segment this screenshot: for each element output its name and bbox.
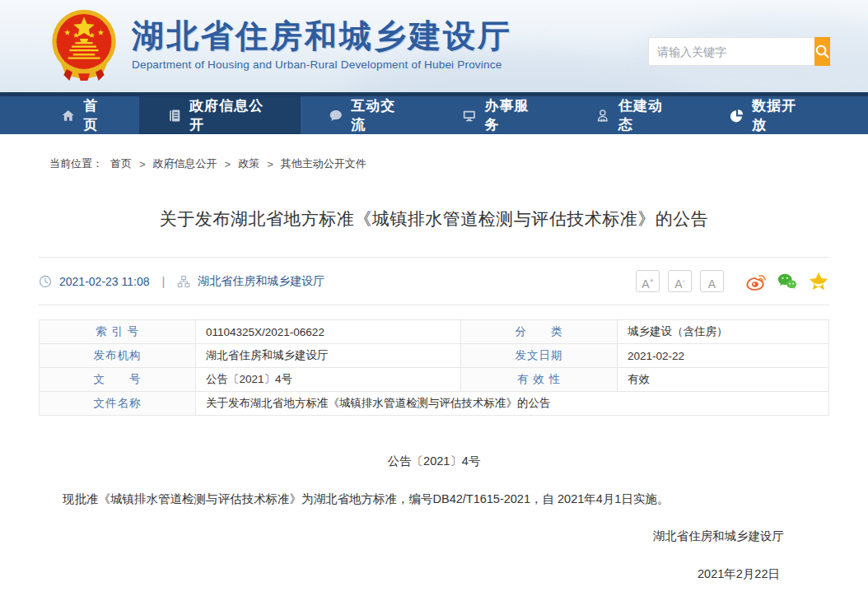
doc-paragraph: 现批准《城镇排水管道检测与评估技术标准》为湖北省地方标准，编号DB42/T161…	[39, 490, 829, 509]
search-box	[648, 37, 829, 66]
breadcrumb-item-gov-info[interactable]: 政府信息公开	[153, 156, 217, 171]
table-row: 文件名称 关于发布湖北省地方标准《城镇排水管道检测与评估技术标准》的公告	[40, 392, 829, 416]
breadcrumb-item-policy[interactable]: 政策	[238, 156, 259, 171]
search-icon	[814, 44, 830, 59]
nav-item-gov-info[interactable]: 政府信息公开	[139, 96, 301, 134]
nav-item-label: 首页	[84, 96, 111, 134]
meta-value-issuing-agency: 湖北省住房和城乡建设厅	[196, 344, 461, 368]
site-subtitle: Department of Housing and Urban-Rural De…	[132, 58, 512, 71]
table-row: 发布机构 湖北省住房和城乡建设厅 发文日期 2021-02-22	[40, 344, 829, 368]
person-icon	[595, 108, 610, 123]
site-brand: 湖北省住房和城乡建设厅 Department of Housing and Ur…	[48, 7, 512, 82]
meta-label-index-number: 索 引 号	[40, 320, 196, 344]
weibo-icon[interactable]	[745, 271, 767, 292]
divider	[39, 305, 829, 305]
nav-item-home[interactable]: 首页	[33, 96, 139, 134]
nav-item-label: 数据开放	[752, 96, 807, 134]
pie-chart-icon	[730, 108, 744, 123]
breadcrumb-item-home[interactable]: 首页	[110, 156, 132, 171]
nav-item-open-data[interactable]: 数据开放	[702, 96, 835, 134]
article-meta-left: 2021-02-23 11:08 | 湖北省住房和城乡建设厅	[39, 274, 324, 289]
nav-item-news[interactable]: 住建动态	[567, 96, 701, 134]
meta-label-validity: 有 效 性	[461, 368, 618, 392]
article-meta-right: A+ A- A	[636, 270, 829, 292]
meta-value-validity: 有效	[618, 368, 829, 392]
breadcrumb-separator: >	[225, 158, 231, 170]
qzone-icon[interactable]	[808, 271, 829, 292]
chat-icon	[329, 108, 343, 123]
table-row: 文 号 公告〔2021〕4号 有 效 性 有效	[40, 368, 829, 392]
font-reset-button[interactable]: A	[700, 270, 724, 292]
meta-label-document-title: 文件名称	[40, 392, 196, 416]
brand-text: 湖北省住房和城乡建设厅 Department of Housing and Ur…	[132, 18, 512, 71]
meta-value-document-title: 关于发布湖北省地方标准《城镇排水管道检测与评估技术标准》的公告	[196, 392, 829, 416]
meta-value-issue-date: 2021-02-22	[618, 344, 829, 368]
font-decrease-button[interactable]: A-	[668, 270, 692, 292]
article-title: 关于发布湖北省地方标准《城镇排水管道检测与评估技术标准》的公告	[39, 207, 829, 230]
organization-icon	[177, 275, 190, 288]
meta-value-doc-number: 公告〔2021〕4号	[196, 368, 461, 392]
font-increase-button[interactable]: A+	[636, 270, 660, 292]
nav-item-interaction[interactable]: 互动交流	[301, 96, 434, 134]
breadcrumb-label: 当前位置：	[49, 156, 103, 171]
meta-value-index-number: 01104325X/2021-06622	[196, 320, 461, 344]
breadcrumb-separator: >	[139, 158, 146, 170]
document-icon	[167, 108, 182, 123]
breadcrumb: 当前位置： 首页 > 政府信息公开 > 政策 > 其他主动公开文件	[0, 134, 868, 171]
doc-date: 2021年2月22日	[39, 565, 829, 584]
doc-number: 公告〔2021〕4号	[39, 452, 829, 471]
wechat-icon[interactable]	[777, 271, 798, 292]
breadcrumb-item-other-docs[interactable]: 其他主动公开文件	[281, 156, 366, 171]
nav-item-label: 政府信息公开	[189, 96, 272, 134]
nav-item-label: 互动交流	[351, 96, 406, 134]
document-body: 公告〔2021〕4号 现批准《城镇排水管道检测与评估技术标准》为湖北省地方标准，…	[39, 452, 829, 596]
site-header: 湖北省住房和城乡建设厅 Department of Housing and Ur…	[0, 0, 868, 92]
main-nav: 首页 政府信息公开 互动交流 办事服务 住建动	[0, 92, 868, 134]
table-row: 索 引 号 01104325X/2021-06622 分 类 城乡建设（含住房）	[40, 320, 829, 344]
meta-label-issuing-agency: 发布机构	[40, 344, 196, 368]
article-content: 关于发布湖北省地方标准《城镇排水管道检测与评估技术标准》的公告 2021-02-…	[0, 207, 868, 596]
search-input[interactable]	[649, 38, 814, 65]
meta-label-doc-number: 文 号	[40, 368, 196, 392]
search-button[interactable]	[814, 37, 830, 66]
meta-label-issue-date: 发文日期	[461, 344, 618, 368]
site-title: 湖北省住房和城乡建设厅	[132, 18, 512, 55]
nav-item-services[interactable]: 办事服务	[434, 96, 567, 134]
national-emblem-logo	[48, 7, 120, 82]
home-icon	[61, 108, 76, 123]
monitor-icon	[462, 108, 477, 123]
document-meta-table: 索 引 号 01104325X/2021-06622 分 类 城乡建设（含住房）…	[39, 319, 829, 416]
share-group	[745, 271, 829, 292]
meta-label-category: 分 类	[461, 320, 618, 344]
article-source: 湖北省住房和城乡建设厅	[198, 274, 324, 289]
nav-item-label: 办事服务	[485, 96, 540, 134]
nav-item-label: 住建动态	[618, 96, 674, 134]
doc-signature: 湖北省住房和城乡建设厅	[39, 527, 829, 546]
article-meta-row: 2021-02-23 11:08 | 湖北省住房和城乡建设厅 A+ A- A	[39, 258, 829, 305]
meta-separator: |	[157, 275, 170, 288]
clock-icon	[39, 275, 52, 288]
breadcrumb-separator: >	[267, 158, 273, 170]
meta-value-category: 城乡建设（含住房）	[618, 320, 829, 344]
publish-datetime: 2021-02-23 11:08	[59, 275, 150, 288]
